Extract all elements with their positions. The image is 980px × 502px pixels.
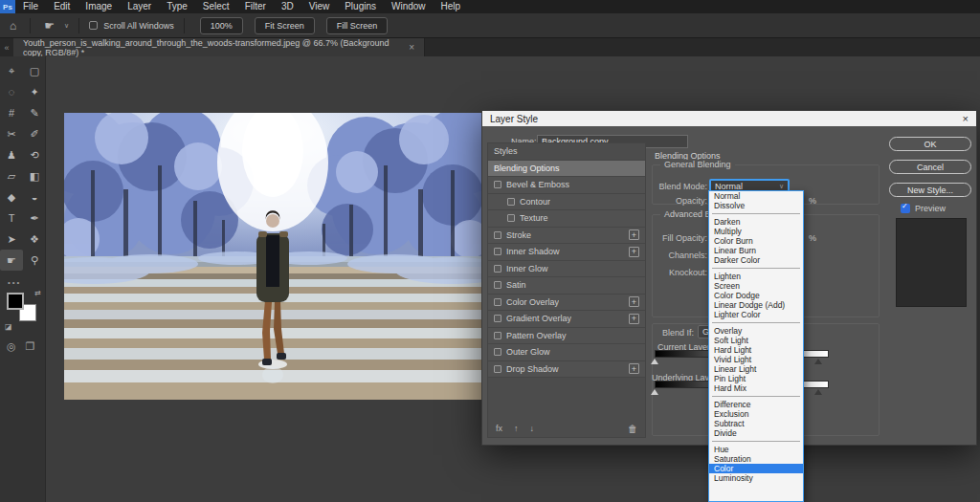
blend-option-subtract[interactable]: Subtract bbox=[709, 419, 803, 428]
menu-help[interactable]: Help bbox=[434, 0, 469, 13]
home-icon[interactable]: ⌂ bbox=[6, 19, 20, 33]
menu-image[interactable]: Image bbox=[78, 0, 120, 13]
eyedropper-tool[interactable]: ✎ bbox=[23, 102, 46, 123]
swap-colors-icon[interactable]: ⇄ bbox=[34, 289, 41, 297]
style-item-pattern-overlay[interactable]: Pattern Overlay bbox=[488, 328, 645, 345]
blend-option-vivid-light[interactable]: Vivid Light bbox=[709, 355, 803, 364]
style-item-texture[interactable]: Texture bbox=[488, 210, 645, 228]
move-effect-down-icon[interactable]: ↓ bbox=[530, 424, 535, 433]
current-layer-left-slider[interactable] bbox=[651, 359, 658, 364]
paint-bucket-tool[interactable]: ◧ bbox=[23, 165, 46, 186]
blend-option-normal[interactable]: Normal bbox=[709, 191, 803, 201]
dodge-tool[interactable]: ◒ bbox=[23, 186, 46, 207]
close-tab-icon[interactable]: × bbox=[409, 42, 414, 53]
brush-tool[interactable]: ✐ bbox=[23, 123, 46, 144]
style-checkbox[interactable] bbox=[494, 281, 501, 289]
fx-icon[interactable]: fx bbox=[496, 424, 502, 433]
scroll-all-windows-checkbox[interactable] bbox=[89, 21, 98, 30]
dialog-title-bar[interactable]: Layer Style × bbox=[482, 111, 976, 126]
delete-effect-icon[interactable]: 🗑 bbox=[628, 424, 637, 434]
blend-option-dissolve[interactable]: Dissolve bbox=[709, 201, 803, 210]
blend-option-lighter-color[interactable]: Lighter Color bbox=[709, 310, 803, 319]
underlying-layer-right-slider[interactable] bbox=[814, 389, 822, 395]
style-item-inner-glow[interactable]: Inner Glow bbox=[488, 261, 645, 278]
pen-tool[interactable]: ✒ bbox=[23, 207, 46, 229]
add-effect-icon[interactable] bbox=[629, 363, 639, 374]
eraser-tool[interactable]: ▱ bbox=[0, 165, 23, 186]
cancel-button[interactable]: Cancel bbox=[889, 160, 971, 174]
blend-option-color[interactable]: Color bbox=[709, 464, 803, 473]
blend-option-hue[interactable]: Hue bbox=[709, 445, 803, 454]
menu-file[interactable]: File bbox=[15, 0, 46, 13]
default-colors-icon[interactable]: ◪ bbox=[5, 322, 12, 331]
style-item-bevel-emboss[interactable]: Bevel & Emboss bbox=[488, 177, 645, 194]
menu-select[interactable]: Select bbox=[195, 0, 237, 13]
menu-edit[interactable]: Edit bbox=[46, 0, 78, 13]
style-checkbox[interactable] bbox=[494, 181, 501, 188]
canvas-photo[interactable] bbox=[64, 113, 481, 400]
current-layer-right-slider[interactable] bbox=[814, 359, 822, 364]
screen-mode-button[interactable]: ❐ bbox=[26, 340, 35, 353]
history-brush-tool[interactable]: ⟲ bbox=[23, 144, 46, 165]
style-item-drop-shadow[interactable]: Drop Shadow bbox=[488, 361, 645, 379]
new-style-button[interactable]: New Style... bbox=[889, 183, 971, 197]
style-item-contour[interactable]: Contour bbox=[488, 194, 645, 211]
style-item-gradient-overlay[interactable]: Gradient Overlay bbox=[488, 311, 645, 328]
foreground-color-swatch[interactable] bbox=[7, 293, 24, 310]
style-checkbox[interactable] bbox=[494, 315, 501, 322]
menu-type[interactable]: Type bbox=[159, 0, 195, 13]
chevron-down-icon[interactable]: ∨ bbox=[64, 22, 69, 30]
quick-mask-mode-button[interactable]: ◎ bbox=[7, 340, 16, 353]
close-dialog-icon[interactable]: × bbox=[963, 113, 969, 124]
add-effect-icon[interactable] bbox=[629, 314, 639, 324]
menu-filter[interactable]: Filter bbox=[237, 0, 274, 13]
collapse-panels-icon[interactable]: « bbox=[0, 38, 13, 56]
fit-screen-button[interactable]: Fit Screen bbox=[255, 17, 315, 34]
fill-screen-button[interactable]: Fill Screen bbox=[326, 17, 389, 34]
type-tool[interactable]: T bbox=[0, 207, 23, 229]
add-effect-icon[interactable] bbox=[629, 296, 639, 307]
menu-view[interactable]: View bbox=[301, 0, 338, 13]
hand-tool[interactable]: ☛ bbox=[0, 250, 23, 271]
ok-button[interactable]: OK bbox=[889, 137, 971, 151]
style-item-color-overlay[interactable]: Color Overlay bbox=[488, 295, 645, 312]
blend-option-luminosity[interactable]: Luminosity bbox=[709, 473, 803, 483]
blend-option-linear-dodge-add[interactable]: Linear Dodge (Add) bbox=[709, 300, 803, 310]
blend-option-linear-light[interactable]: Linear Light bbox=[709, 364, 803, 374]
style-checkbox[interactable] bbox=[494, 365, 501, 373]
blend-option-linear-burn[interactable]: Linear Burn bbox=[709, 246, 803, 255]
style-checkbox[interactable] bbox=[494, 231, 501, 239]
zoom-tool[interactable]: ⚲ bbox=[23, 250, 46, 271]
style-item-inner-shadow[interactable]: Inner Shadow bbox=[488, 244, 645, 261]
style-checkbox[interactable] bbox=[507, 198, 515, 206]
slice-tool[interactable]: ✂ bbox=[0, 123, 23, 144]
blend-option-darken[interactable]: Darken bbox=[709, 217, 803, 227]
style-item-blending-options[interactable]: Blending Options bbox=[488, 161, 645, 178]
menu-layer[interactable]: Layer bbox=[120, 0, 159, 13]
style-checkbox[interactable] bbox=[494, 265, 501, 273]
lasso-tool[interactable]: ◌ bbox=[0, 81, 23, 102]
blend-option-lighten[interactable]: Lighten bbox=[709, 272, 803, 281]
style-checkbox[interactable] bbox=[494, 332, 501, 339]
move-effect-up-icon[interactable]: ↑ bbox=[514, 424, 519, 433]
blend-option-divide[interactable]: Divide bbox=[709, 428, 803, 438]
zoom-100-button[interactable]: 100% bbox=[200, 17, 243, 34]
edit-toolbar-icon[interactable]: ••• bbox=[0, 271, 45, 291]
clone-stamp-tool[interactable]: ♟ bbox=[0, 144, 23, 165]
blend-option-pin-light[interactable]: Pin Light bbox=[709, 374, 803, 383]
move-tool[interactable]: ⌖ bbox=[0, 60, 23, 81]
blend-option-color-dodge[interactable]: Color Dodge bbox=[709, 291, 803, 300]
menu-window[interactable]: Window bbox=[384, 0, 434, 13]
style-item-stroke[interactable]: Stroke bbox=[488, 228, 645, 245]
style-item-satin[interactable]: Satin bbox=[488, 277, 645, 295]
blend-option-exclusion[interactable]: Exclusion bbox=[709, 409, 803, 419]
blend-option-color-burn[interactable]: Color Burn bbox=[709, 236, 803, 246]
menu-3d[interactable]: 3D bbox=[274, 0, 301, 13]
styles-header[interactable]: Styles bbox=[488, 143, 645, 161]
style-checkbox[interactable] bbox=[507, 214, 515, 222]
blend-option-difference[interactable]: Difference bbox=[709, 400, 803, 409]
style-checkbox[interactable] bbox=[494, 248, 501, 255]
document-tab[interactable]: Youth_person_is_walking_around_through_t… bbox=[13, 38, 425, 56]
preview-checkbox[interactable] bbox=[901, 204, 910, 213]
style-checkbox[interactable] bbox=[494, 348, 501, 356]
